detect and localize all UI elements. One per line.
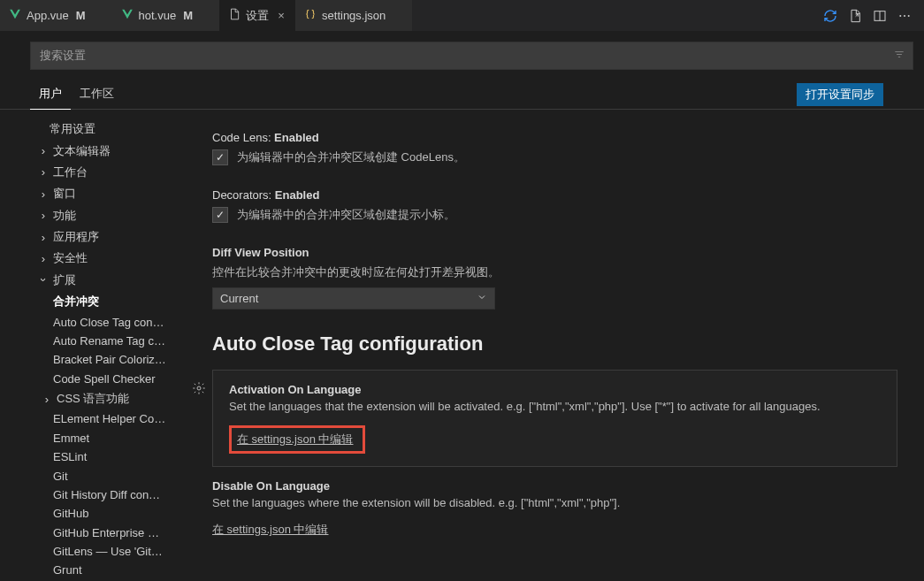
sidebar-item-emmet[interactable]: Emmet: [16, 429, 186, 447]
tab-settings-json[interactable]: settings.json ×: [295, 0, 412, 31]
setting-title-prefix: Code Lens:: [212, 131, 271, 144]
sidebar-item-security[interactable]: ›安全性: [16, 248, 186, 269]
sidebar-item-features[interactable]: ›功能: [16, 205, 186, 226]
setting-title: Code Lens: Enabled: [212, 131, 897, 144]
sidebar-label: 窗口: [53, 186, 76, 202]
sidebar-item-auto-rename-tag[interactable]: Auto Rename Tag c…: [16, 332, 186, 350]
checkbox-code-lens[interactable]: ✓: [212, 149, 228, 165]
sidebar-label: 应用程序: [53, 229, 99, 245]
sidebar-item-extensions[interactable]: ›扩展: [16, 270, 186, 291]
setting-description: Set the languages that the extension wil…: [229, 400, 881, 413]
svg-point-8: [197, 386, 201, 390]
sidebar-label: 功能: [53, 208, 76, 224]
sidebar-item-text-editor[interactable]: ›文本编辑器: [16, 140, 186, 161]
section-heading-auto-close-tag: Auto Close Tag configuration: [212, 333, 897, 355]
setting-description: 为编辑器中的合并冲突区域创建 CodeLens。: [237, 149, 465, 165]
scope-tab-label: 用户: [39, 87, 62, 100]
scope-tab-user[interactable]: 用户: [30, 80, 71, 110]
sidebar-label: 文本编辑器: [53, 143, 111, 159]
sidebar-label: CSS 语言功能: [57, 391, 129, 407]
sidebar-label: Bracket Pair Coloriz…: [53, 353, 166, 366]
open-settings-sync-button[interactable]: 打开设置同步: [797, 83, 883, 106]
sidebar-item-github[interactable]: GitHub: [16, 504, 186, 523]
gear-icon[interactable]: [192, 381, 206, 398]
split-editor-icon[interactable]: [873, 9, 887, 23]
svg-point-2: [899, 15, 901, 17]
chevron-down-icon: ›: [37, 274, 50, 287]
open-json-icon[interactable]: [848, 9, 862, 23]
more-icon[interactable]: [897, 9, 912, 23]
vue-icon: [9, 8, 21, 23]
setting-title: Decorators: Enabled: [212, 188, 897, 202]
sidebar-label: Auto Close Tag con…: [53, 316, 164, 329]
titlebar-actions: [823, 9, 924, 23]
checkbox-decorators[interactable]: ✓: [212, 207, 228, 223]
sidebar-label: 常用设置: [50, 121, 95, 137]
setting-description: 为编辑器中的合并冲突区域创建提示小标。: [237, 207, 455, 223]
sidebar-item-grunt[interactable]: Grunt: [16, 561, 186, 579]
sidebar-item-workbench[interactable]: ›工作台: [16, 162, 186, 183]
setting-title-suffix: Enabled: [271, 131, 319, 144]
sidebar-label: Git History Diff con…: [53, 488, 160, 501]
search-bar-wrap: 搜索设置: [0, 31, 924, 75]
chevron-right-icon: ›: [41, 393, 53, 406]
select-diff-view-position[interactable]: Current: [212, 287, 495, 310]
sidebar-item-auto-close-tag[interactable]: Auto Close Tag con…: [16, 312, 186, 331]
sidebar-item-element-helper[interactable]: ELement Helper Co…: [16, 409, 186, 428]
chevron-right-icon: ›: [37, 187, 50, 201]
sidebar-label: GitLens — Use 'Git…: [53, 545, 163, 558]
sidebar-label: Emmet: [53, 432, 89, 445]
setting-title: Disable On Language: [212, 479, 897, 493]
filter-icon[interactable]: [893, 49, 905, 64]
sidebar-label: 合并冲突: [53, 294, 99, 310]
sidebar-item-merge-conflict[interactable]: 合并冲突: [16, 291, 186, 312]
setting-title: Activation On Language: [229, 383, 881, 396]
sidebar-item-window[interactable]: ›窗口: [16, 183, 186, 204]
tab-settings[interactable]: 设置 ×: [219, 0, 295, 31]
sidebar-item-gitlens[interactable]: GitLens — Use 'Git…: [16, 542, 186, 561]
sidebar-item-common[interactable]: 常用设置: [16, 118, 186, 140]
sidebar-label: 安全性: [53, 250, 88, 266]
chevron-right-icon: ›: [37, 165, 50, 179]
search-settings-input[interactable]: 搜索设置: [30, 42, 913, 70]
setting-title-text: Diff View Position: [212, 246, 309, 259]
sidebar-item-git[interactable]: Git: [16, 466, 186, 485]
json-icon: [304, 8, 317, 23]
close-icon[interactable]: ×: [274, 9, 288, 22]
edit-in-settings-json-link[interactable]: 在 settings.json 中编辑: [212, 523, 329, 536]
sidebar-label: GitHub: [53, 507, 88, 520]
tab-hot-vue[interactable]: hot.vue M ×: [112, 0, 220, 31]
sidebar-label: Grunt: [53, 563, 82, 577]
sidebar-item-code-spell-checker[interactable]: Code Spell Checker: [16, 370, 186, 388]
tab-label: hot.vue: [139, 9, 177, 22]
setting-activation-on-language: Activation On Language Set the languages…: [212, 370, 897, 467]
sidebar-item-github-enterprise[interactable]: GitHub Enterprise …: [16, 524, 186, 542]
setting-disable-on-language: Disable On Language Set the languages wh…: [212, 467, 897, 550]
sidebar-item-eslint[interactable]: ESLint: [16, 447, 186, 466]
edit-in-settings-json-link[interactable]: 在 settings.json 中编辑: [237, 432, 354, 446]
setting-decorators: Decorators: Enabled ✓ 为编辑器中的合并冲突区域创建提示小标…: [212, 188, 897, 223]
setting-diff-view-position: Diff View Position 控件在比较合并冲突中的更改时应在何处打开差…: [212, 246, 897, 310]
sidebar-label: 工作台: [53, 164, 88, 180]
setting-description: Set the languages where the extension wi…: [212, 496, 897, 509]
sidebar-label: GitHub Enterprise …: [53, 526, 159, 539]
svg-point-3: [904, 15, 905, 17]
chevron-right-icon: ›: [37, 231, 50, 244]
refresh-icon[interactable]: [823, 9, 837, 23]
sidebar-item-git-history-diff[interactable]: Git History Diff con…: [16, 485, 186, 504]
sidebar-item-css-language[interactable]: ›CSS 语言功能: [16, 388, 186, 409]
sidebar-item-bracket-pair[interactable]: Bracket Pair Coloriz…: [16, 350, 186, 369]
sidebar-label: Auto Rename Tag c…: [53, 334, 165, 348]
sidebar-label: Git: [53, 470, 68, 483]
scope-tab-label: 工作区: [80, 87, 114, 100]
search-placeholder: 搜索设置: [40, 49, 86, 62]
setting-code-lens: Code Lens: Enabled ✓ 为编辑器中的合并冲突区域创建 Code…: [212, 131, 897, 165]
setting-title-suffix: Enabled: [271, 188, 319, 202]
select-value: Current: [220, 292, 258, 305]
sidebar-item-applications[interactable]: ›应用程序: [16, 226, 186, 248]
sidebar-label: ESLint: [53, 450, 87, 463]
tab-label: 设置: [246, 8, 269, 24]
vue-icon: [121, 8, 134, 23]
scope-tab-workspace[interactable]: 工作区: [71, 80, 123, 109]
tab-app-vue[interactable]: App.vue M ×: [0, 0, 112, 31]
